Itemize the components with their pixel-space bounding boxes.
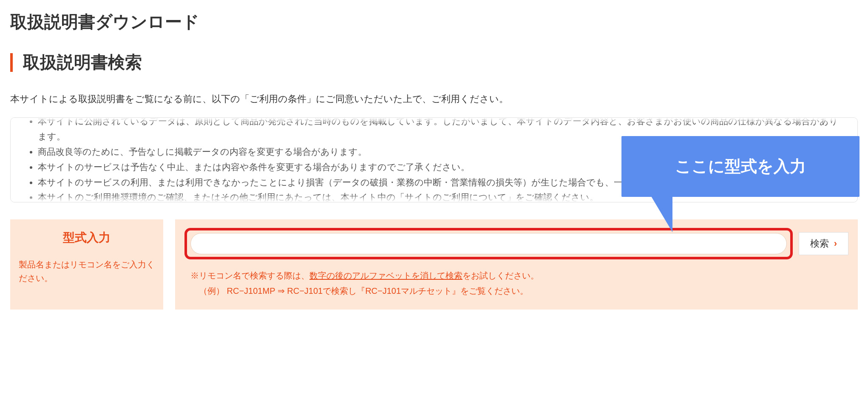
- condition-item: 本サイトのサービスの利用、または利用できなかったことにより損害（データの破損・業…: [38, 175, 842, 190]
- conditions-box[interactable]: 本サイトに公開されているデータは、原則として商品が発売された当時のものを掲載して…: [10, 117, 858, 202]
- search-hint: ※リモコン名で検索する際は、数字の後のアルファベットを消して検索をお試しください…: [190, 268, 848, 298]
- search-row: 型式入力 製品名またはリモコン名をご入力ください。 ここに型式を入力 検索 › …: [10, 219, 858, 310]
- search-button[interactable]: 検索 ›: [799, 232, 848, 255]
- hint-suffix: をお試しください。: [462, 271, 539, 280]
- condition-item: 商品改良等のために、予告なしに掲載データの内容を変更する場合があります。: [38, 144, 842, 159]
- condition-item: 本サイトのサービスは予告なく中止、または内容や条件を変更する場合がありますのでご…: [38, 159, 842, 175]
- input-panel: ここに型式を入力 検索 › ※リモコン名で検索する際は、数字の後のアルファベット…: [175, 219, 858, 310]
- chevron-right-icon: ›: [834, 238, 837, 249]
- hint-example: （例） RC−J101MP ⇒ RC−J101で検索し『RC−J101マルチセッ…: [190, 283, 848, 298]
- accent-bar: [10, 53, 13, 72]
- fade-bottom: [11, 194, 857, 202]
- label-panel: 型式入力 製品名またはリモコン名をご入力ください。: [10, 219, 163, 310]
- page-title: 取扱説明書ダウンロード: [10, 10, 858, 34]
- hint-underline: 数字の後のアルファベットを消して検索: [309, 271, 462, 280]
- conditions-list: 本サイトに公開されているデータは、原則として商品が発売された当時のものを掲載して…: [26, 117, 842, 202]
- label-sub: 製品名またはリモコン名をご入力ください。: [19, 258, 155, 285]
- fade-top: [11, 118, 857, 124]
- hint-prefix: ※リモコン名で検索する際は、: [190, 271, 309, 280]
- section-header: 取扱説明書検索: [10, 51, 858, 74]
- section-title: 取扱説明書検索: [23, 51, 142, 74]
- input-area: 検索 ›: [184, 228, 848, 259]
- model-input[interactable]: [190, 233, 787, 254]
- label-title: 型式入力: [19, 230, 155, 246]
- intro-text: 本サイトによる取扱説明書をご覧になる前に、以下の「ご利用の条件」にご同意いただい…: [10, 93, 858, 105]
- input-highlight-frame: [184, 228, 793, 259]
- search-button-label: 検索: [810, 237, 829, 250]
